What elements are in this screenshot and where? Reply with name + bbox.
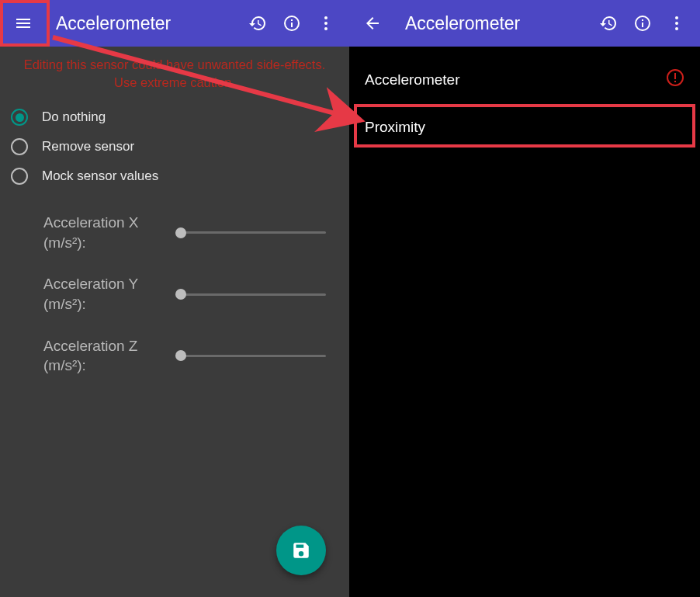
svg-point-2: [324, 27, 327, 30]
info-button[interactable]: [625, 6, 660, 40]
radio-label: Mock sensor values: [42, 168, 158, 184]
radio-button-icon: [11, 138, 28, 155]
info-icon: [282, 14, 301, 33]
back-arrow-icon: [363, 14, 382, 33]
save-fab[interactable]: [276, 526, 326, 575]
slider-label: Acceleration Y (m/s²):: [43, 274, 175, 314]
info-icon: [633, 14, 652, 33]
sliders-section: Acceleration X (m/s²): Acceleration Y (m…: [0, 194, 349, 387]
warning-line2: Use extreme caution.: [114, 75, 235, 89]
hamburger-icon: [14, 14, 33, 33]
radio-label: Do nothing: [42, 109, 106, 125]
slider-track-z[interactable]: [175, 355, 326, 357]
warning-line1: Editing this sensor could have unwanted …: [24, 57, 326, 71]
slider-thumb-icon: [175, 227, 186, 238]
slider-accel-x: Acceleration X (m/s²):: [43, 202, 349, 263]
slider-label: Acceleration X (m/s²):: [43, 213, 175, 252]
history-button[interactable]: [241, 6, 275, 40]
svg-point-0: [324, 16, 327, 19]
list-item-label: Accelerometer: [365, 71, 666, 89]
slider-accel-z: Acceleration Z (m/s²):: [43, 325, 349, 387]
overflow-menu-button[interactable]: [660, 6, 694, 40]
appbar-left: Accelerometer: [0, 0, 349, 47]
radio-button-icon: [11, 109, 28, 126]
radio-button-icon: [11, 168, 28, 185]
svg-point-3: [675, 16, 678, 19]
svg-point-4: [675, 22, 678, 25]
save-icon: [291, 540, 311, 561]
slider-thumb-icon: [175, 289, 186, 300]
more-vert-icon: [317, 14, 335, 33]
appbar-right: Accelerometer: [349, 0, 700, 47]
sensor-item-accelerometer[interactable]: Accelerometer: [349, 54, 700, 105]
list-item-label: Proximity: [365, 119, 684, 136]
appbar-title: Accelerometer: [405, 13, 591, 34]
screen-right: Accelerometer Accelerometer Proximity: [349, 0, 700, 597]
svg-rect-7: [674, 73, 676, 79]
radio-do-nothing[interactable]: Do nothing: [11, 102, 338, 132]
radio-remove-sensor[interactable]: Remove sensor: [11, 132, 338, 161]
radio-group: Do nothing Remove sensor Mock sensor val…: [0, 99, 349, 194]
slider-track-x[interactable]: [175, 231, 326, 234]
warning-icon: [666, 68, 684, 91]
slider-label: Acceleration Z (m/s²):: [43, 336, 175, 376]
svg-rect-8: [674, 81, 676, 82]
warning-text: Editing this sensor could have unwanted …: [0, 47, 349, 99]
appbar-title: Accelerometer: [56, 13, 241, 34]
slider-accel-y: Acceleration Y (m/s²):: [43, 263, 349, 325]
hamburger-menu-button[interactable]: [6, 6, 40, 40]
svg-point-1: [324, 22, 327, 25]
svg-point-5: [675, 27, 678, 30]
overflow-menu-button[interactable]: [309, 6, 343, 40]
history-icon: [248, 14, 267, 33]
history-icon: [599, 14, 618, 33]
radio-mock-values[interactable]: Mock sensor values: [11, 161, 338, 191]
history-button[interactable]: [591, 6, 625, 40]
radio-label: Remove sensor: [42, 139, 134, 154]
back-button[interactable]: [355, 6, 390, 40]
screen-left: Accelerometer Editing this sensor could …: [0, 0, 349, 597]
slider-track-y[interactable]: [175, 293, 326, 296]
sensor-item-proximity[interactable]: Proximity: [349, 105, 700, 150]
slider-thumb-icon: [175, 350, 186, 361]
more-vert-icon: [667, 14, 686, 33]
info-button[interactable]: [275, 6, 309, 40]
